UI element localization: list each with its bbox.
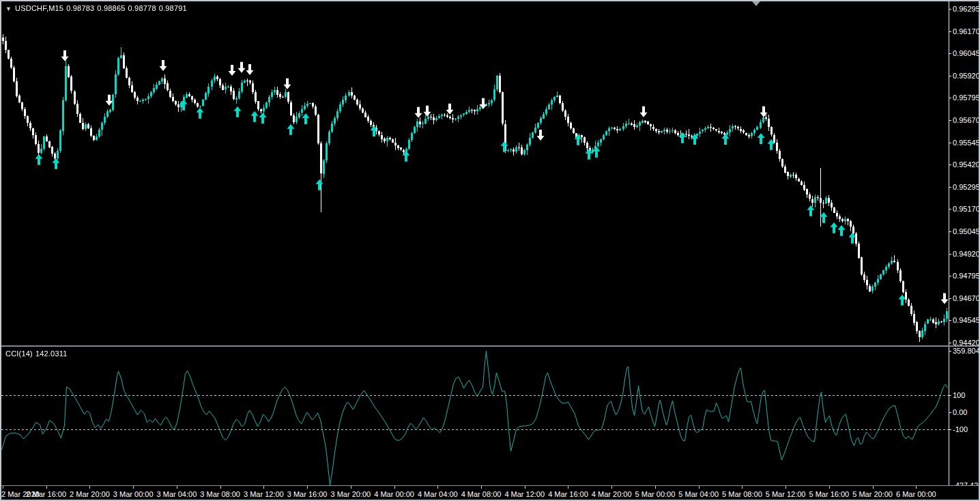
time-axis-tick bbox=[437, 486, 438, 489]
price-axis-label: 0.95420 bbox=[953, 160, 980, 169]
cci-value: 142.0311 bbox=[35, 349, 68, 358]
time-axis-label: 5 Mar 20:00 bbox=[852, 490, 893, 498]
quote-open: 0.98783 bbox=[66, 4, 94, 12]
time-axis-label: 5 Mar 00:00 bbox=[635, 490, 676, 498]
time-axis-tick bbox=[568, 486, 568, 489]
price-axis-label: 0.96170 bbox=[953, 27, 980, 35]
time-axis-label: 3 Mar 08:00 bbox=[200, 490, 240, 498]
price-axis-tick bbox=[949, 164, 951, 165]
cci-axis-label: 0.00 bbox=[953, 408, 967, 416]
price-axis-label: 0.94545 bbox=[953, 316, 980, 324]
cci-indicator-canvas[interactable] bbox=[1, 347, 949, 485]
price-axis-label: 0.96045 bbox=[953, 49, 980, 57]
time-axis-tick bbox=[525, 486, 525, 489]
time-axis-label: 2 Mar 20:00 bbox=[70, 490, 110, 498]
price-axis-label: 0.95795 bbox=[953, 94, 980, 102]
time-axis-label: 3 Mar 00:00 bbox=[113, 490, 154, 498]
price-axis-tick bbox=[949, 343, 951, 343]
time-axis-label: 4 Mar 08:00 bbox=[461, 490, 502, 498]
chart-shift-marker[interactable] bbox=[752, 1, 760, 6]
cci-axis-tick bbox=[949, 395, 951, 396]
price-axis-label: 0.95920 bbox=[953, 72, 980, 80]
cci-pane-title: CCI(14)142.0311 bbox=[5, 349, 68, 358]
cci-axis-label: 359.804 bbox=[953, 347, 980, 355]
time-axis-label: 5 Mar 08:00 bbox=[722, 490, 762, 498]
quote-close: 0.98791 bbox=[159, 4, 187, 12]
price-axis-tick bbox=[949, 120, 951, 121]
time-axis-tick bbox=[916, 486, 917, 489]
time-axis-label: 3 Mar 20:00 bbox=[330, 490, 371, 498]
price-axis-tick bbox=[949, 98, 951, 98]
price-chart-canvas[interactable] bbox=[1, 1, 949, 345]
time-axis-tick bbox=[133, 486, 134, 489]
time-axis-tick bbox=[89, 486, 90, 489]
time-axis-tick bbox=[873, 486, 874, 489]
time-axis-label: 4 Mar 04:00 bbox=[418, 490, 458, 498]
price-axis-tick bbox=[949, 231, 951, 232]
price-axis-label: 0.95045 bbox=[953, 227, 980, 235]
price-axis-tick bbox=[949, 53, 951, 54]
time-axis-label: 3 Mar 16:00 bbox=[287, 490, 328, 498]
price-axis-label: 0.94920 bbox=[953, 250, 980, 258]
price-axis-tick bbox=[949, 9, 951, 10]
price-axis-tick bbox=[949, 254, 951, 255]
time-axis-scale[interactable]: 2 Mar 20202 Mar 16:002 Mar 20:003 Mar 00… bbox=[1, 485, 979, 500]
cci-axis-scale[interactable]: 359.8041000.00-100-427.4259 bbox=[949, 347, 977, 485]
cci-axis-tick bbox=[949, 412, 951, 413]
time-axis-tick bbox=[611, 486, 612, 489]
price-axis-label: 0.94670 bbox=[953, 294, 980, 302]
time-axis-tick bbox=[220, 486, 221, 489]
pane-separator[interactable] bbox=[1, 345, 979, 347]
time-axis-tick bbox=[481, 486, 482, 489]
price-axis-label: 0.95295 bbox=[953, 183, 980, 191]
time-axis-tick bbox=[699, 486, 700, 489]
cci-axis-tick bbox=[949, 429, 951, 430]
time-axis-label: 3 Mar 04:00 bbox=[157, 490, 197, 498]
price-axis-scale[interactable]: 0.962950.961700.960450.959200.957950.956… bbox=[949, 1, 977, 345]
price-axis-tick bbox=[949, 31, 951, 32]
time-axis-label: 4 Mar 12:00 bbox=[504, 490, 545, 498]
time-axis-tick bbox=[742, 486, 743, 489]
cci-axis-tick bbox=[949, 351, 951, 352]
time-axis-label: 4 Mar 16:00 bbox=[548, 490, 588, 498]
time-axis-label: 3 Mar 12:00 bbox=[244, 490, 284, 498]
time-axis-tick bbox=[177, 486, 177, 489]
price-axis-tick bbox=[949, 187, 951, 188]
time-axis-label: 5 Mar 16:00 bbox=[809, 490, 850, 498]
price-axis-tick bbox=[949, 76, 951, 76]
cci-axis-label: -100 bbox=[953, 425, 968, 433]
time-axis-label: 6 Mar 00:00 bbox=[896, 490, 936, 498]
time-axis-label: 4 Mar 00:00 bbox=[374, 490, 414, 498]
price-axis-tick bbox=[949, 276, 951, 276]
cci-axis-label: 100 bbox=[953, 391, 965, 399]
time-axis-tick bbox=[655, 486, 656, 489]
price-axis-tick bbox=[949, 298, 951, 299]
price-axis-label: 0.94795 bbox=[953, 272, 980, 280]
time-axis-label: 2 Mar 16:00 bbox=[26, 490, 66, 498]
price-axis-label: 0.95545 bbox=[953, 139, 980, 147]
time-axis-tick bbox=[786, 486, 786, 489]
time-axis-tick bbox=[263, 486, 264, 489]
price-axis-tick bbox=[949, 320, 951, 321]
time-axis-tick bbox=[829, 486, 830, 489]
time-axis-label: 5 Mar 04:00 bbox=[678, 490, 719, 498]
time-axis-label: 5 Mar 12:00 bbox=[766, 490, 806, 498]
time-axis-tick bbox=[46, 486, 47, 489]
price-axis-tick bbox=[949, 209, 951, 210]
symbol-period-label: USDCHF,M15 bbox=[15, 4, 63, 12]
price-axis-label: 0.95670 bbox=[953, 116, 980, 124]
chart-window: ▼USDCHF,M150.987830.988650.987780.98791 … bbox=[0, 0, 980, 501]
quote-low: 0.98778 bbox=[128, 4, 156, 12]
time-axis-label: 4 Mar 20:00 bbox=[592, 490, 632, 498]
cci-indicator-label: CCI(14) bbox=[5, 349, 33, 358]
quote-high: 0.98865 bbox=[97, 4, 125, 12]
price-axis-label: 0.96295 bbox=[953, 5, 980, 13]
price-axis-tick bbox=[949, 143, 951, 143]
time-axis-tick bbox=[394, 486, 395, 489]
collapse-triangle-icon[interactable]: ▼ bbox=[5, 5, 12, 12]
time-axis-tick bbox=[351, 486, 351, 489]
time-axis-tick bbox=[3, 486, 3, 489]
price-pane-title: ▼USDCHF,M150.987830.988650.987780.98791 bbox=[5, 4, 187, 12]
price-axis-label: 0.95170 bbox=[953, 205, 980, 213]
time-axis-tick bbox=[307, 486, 308, 489]
